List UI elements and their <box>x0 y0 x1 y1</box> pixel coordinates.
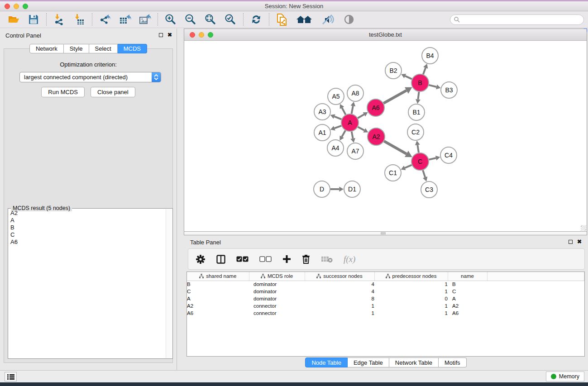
result-item[interactable]: A <box>9 217 165 224</box>
graph-node-a7[interactable]: A7 <box>347 143 363 159</box>
table-cell[interactable]: A <box>187 295 249 302</box>
graph-node-a2[interactable]: A2 <box>368 128 385 145</box>
graph-node-a5[interactable]: A5 <box>328 88 344 105</box>
table-cell[interactable]: 1 <box>305 302 374 310</box>
tab-network[interactable]: Network <box>29 44 64 53</box>
graph-node-b[interactable]: B <box>411 74 429 91</box>
table-cell[interactable]: connector <box>249 302 305 310</box>
tab-edge-table[interactable]: Edge Table <box>348 357 389 367</box>
graph-edge[interactable] <box>423 68 425 74</box>
table-cell[interactable]: 1 <box>374 281 448 288</box>
table-cell[interactable]: A6 <box>187 310 249 317</box>
table-cell[interactable]: connector <box>249 310 305 317</box>
table-cell[interactable]: 1 <box>374 302 448 310</box>
zoom-fit-icon[interactable] <box>204 14 217 25</box>
table-cell[interactable]: 1 <box>374 288 448 295</box>
graph-edge[interactable] <box>342 108 345 114</box>
graph-node-c2[interactable]: C2 <box>407 124 424 140</box>
network-hscrollbar[interactable] <box>184 231 587 235</box>
table-row[interactable]: A6connector11A6 <box>187 310 584 317</box>
export-table-icon[interactable] <box>119 14 131 25</box>
open-session-icon[interactable] <box>7 14 20 25</box>
float-table-panel-icon[interactable] <box>569 240 573 244</box>
graph-node-c1[interactable]: C1 <box>385 165 401 181</box>
hide-selected-icon[interactable] <box>320 14 335 25</box>
column-header[interactable]: MCDS role <box>249 272 305 281</box>
table-cell[interactable]: A6 <box>448 310 487 317</box>
graph-node-b1[interactable]: B1 <box>408 104 425 120</box>
graph-edge[interactable] <box>429 158 436 159</box>
export-network-icon[interactable] <box>99 14 111 25</box>
zoom-selected-icon[interactable] <box>224 14 237 25</box>
graph-edge[interactable] <box>342 130 345 137</box>
graph-edge[interactable] <box>352 132 353 138</box>
graph-node-c[interactable]: C <box>411 153 429 170</box>
show-all-icon[interactable] <box>296 14 313 25</box>
close-panel-icon[interactable]: ✖ <box>167 33 172 37</box>
export-image-icon[interactable] <box>139 14 151 25</box>
table-cell[interactable]: 1 <box>305 310 374 317</box>
graph-edge[interactable] <box>335 116 342 119</box>
table-cell[interactable]: C <box>448 288 487 295</box>
table-cell[interactable]: dominator <box>249 288 305 295</box>
tab-style[interactable]: Style <box>64 44 89 53</box>
graph-node-a6[interactable]: A6 <box>367 99 384 116</box>
table-cell[interactable]: C <box>187 288 249 295</box>
graph-node-b2[interactable]: B2 <box>385 62 402 79</box>
graph-edge[interactable] <box>352 106 353 114</box>
import-table-icon[interactable] <box>73 14 86 25</box>
memory-button[interactable]: Memory <box>546 372 584 381</box>
result-item[interactable]: B <box>9 224 165 231</box>
column-header[interactable]: predecessor nodes <box>374 272 448 281</box>
table-cell[interactable]: 4 <box>305 288 374 295</box>
network-graph[interactable]: B4B2BB3A8A5A6A3B1AA1C2A2A4A7C4CC1C3DD1 <box>184 41 587 231</box>
table-row[interactable]: Adominator80A <box>187 295 584 302</box>
run-mcds-button[interactable]: Run MCDS <box>41 87 85 97</box>
tab-mcds[interactable]: MCDS <box>118 44 147 53</box>
optimization-criterion-select[interactable]: largest connected component (directed) <box>19 72 161 82</box>
graph-node-a4[interactable]: A4 <box>327 140 344 156</box>
delete-table-icon[interactable] <box>321 256 333 263</box>
graph-edge[interactable] <box>429 85 436 87</box>
resize-grip-icon[interactable] <box>581 225 586 231</box>
graph-node-d[interactable]: D <box>314 181 330 197</box>
zoom-out-icon[interactable] <box>184 14 197 25</box>
graph-edge[interactable] <box>383 91 406 103</box>
table-cell[interactable]: B <box>448 281 487 288</box>
add-column-icon[interactable] <box>282 255 291 263</box>
table-cell[interactable]: dominator <box>249 281 305 288</box>
float-panel-icon[interactable] <box>159 33 163 37</box>
table-cell[interactable]: 1 <box>374 310 448 317</box>
graph-node-b4[interactable]: B4 <box>422 48 438 64</box>
tab-select[interactable]: Select <box>89 44 118 53</box>
column-header[interactable]: successor nodes <box>305 272 374 281</box>
function-builder-icon[interactable]: f(x) <box>344 254 355 264</box>
table-cell[interactable]: 0 <box>374 295 448 302</box>
graph-edge[interactable] <box>358 114 364 118</box>
result-scrollbar[interactable] <box>166 209 172 358</box>
graph-node-c4[interactable]: C4 <box>440 147 457 163</box>
tab-node-table[interactable]: Node Table <box>305 357 348 367</box>
graph-node-c3[interactable]: C3 <box>421 181 437 198</box>
graph-node-a[interactable]: A <box>341 114 359 131</box>
graph-edge[interactable] <box>423 170 425 177</box>
graph-node-a3[interactable]: A3 <box>314 104 330 120</box>
table-cell[interactable]: A <box>448 295 487 302</box>
deselect-all-icon[interactable] <box>259 256 272 262</box>
close-table-panel-icon[interactable]: ✖ <box>577 239 582 244</box>
graph-edge[interactable] <box>358 127 364 130</box>
network-hscroll-thumb[interactable] <box>381 232 386 234</box>
graph-edge[interactable] <box>405 165 411 168</box>
table-cell[interactable]: A2 <box>187 302 249 310</box>
result-item[interactable]: A6 <box>9 238 165 246</box>
save-session-icon[interactable] <box>27 14 40 25</box>
tab-motifs[interactable]: Motifs <box>439 357 467 367</box>
table-cell[interactable]: dominator <box>249 295 305 302</box>
tab-network-table[interactable]: Network Table <box>389 357 439 367</box>
table-row[interactable]: A2connector11A2 <box>187 302 584 310</box>
split-view-icon[interactable] <box>216 255 225 264</box>
select-all-icon[interactable] <box>236 256 249 262</box>
table-cell[interactable]: 8 <box>305 295 374 302</box>
graph-edge[interactable] <box>384 141 406 154</box>
settings-icon[interactable] <box>196 254 206 264</box>
